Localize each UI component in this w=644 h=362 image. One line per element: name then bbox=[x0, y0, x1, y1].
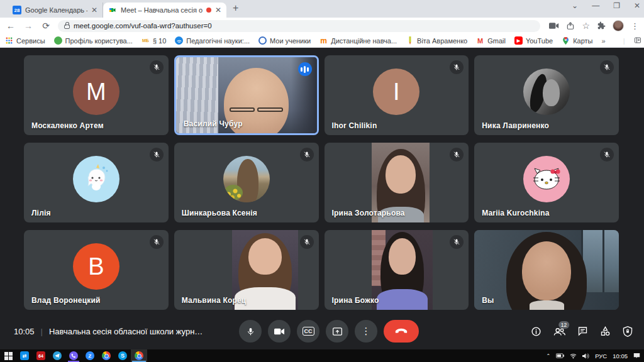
tab-strip: 28 Google Календарь - Неделя: 28 ✕ Meet … bbox=[0, 0, 644, 18]
bookmark-label: Карты bbox=[573, 37, 592, 45]
start-button[interactable] bbox=[0, 349, 16, 362]
participant-tile[interactable]: Ірина Золотарьова bbox=[325, 143, 469, 222]
bookmark-label: Педагогічні науки:... bbox=[186, 37, 250, 45]
letter-avatar: В bbox=[73, 243, 119, 290]
green-profile-icon bbox=[54, 36, 62, 45]
url-text: meet.google.com/vuf-oafa-wrd?authuser=0 bbox=[74, 22, 212, 30]
participant-tile[interactable]: Ника Лавриненко bbox=[474, 55, 619, 135]
participant-tile-speaking[interactable]: Василий Чубур bbox=[174, 55, 319, 135]
bookmark-paragraph-10[interactable]: МБ § 10 bbox=[142, 36, 166, 45]
reading-list-button[interactable]: Список для чтения bbox=[634, 36, 644, 45]
photo-avatar bbox=[223, 156, 270, 202]
new-tab-button[interactable]: + bbox=[233, 3, 238, 14]
taskbar-viber[interactable] bbox=[65, 349, 82, 362]
volume-icon[interactable] bbox=[582, 353, 589, 359]
bookmark-vita-avramenko[interactable]: Віта Авраменко bbox=[406, 36, 467, 45]
participant-name: Москаленко Артем bbox=[31, 121, 104, 130]
bookmark-servisy[interactable]: Сервисы bbox=[5, 36, 45, 45]
taskbar-skype[interactable]: S bbox=[114, 349, 131, 362]
captions-button[interactable]: CC bbox=[297, 320, 319, 343]
bookmark-star-icon[interactable]: ☆ bbox=[582, 21, 590, 31]
tab-google-calendar[interactable]: 28 Google Календарь - Неделя: 28 ✕ bbox=[8, 3, 103, 18]
participants-panel-icon[interactable]: 12 bbox=[553, 327, 565, 336]
bookmark-profil[interactable]: Профіль користува... bbox=[54, 36, 133, 45]
lock-icon bbox=[64, 25, 70, 29]
present-screen-button[interactable] bbox=[326, 320, 348, 343]
more-options-button[interactable]: ⋮ bbox=[355, 320, 377, 343]
share-icon[interactable] bbox=[566, 21, 575, 30]
chrome-menu-icon[interactable]: ⋮ bbox=[631, 21, 639, 31]
bookmark-label: YouTube bbox=[526, 37, 553, 45]
reload-icon[interactable]: ⟳ bbox=[40, 21, 52, 31]
participant-tile[interactable]: М Москаленко Артем bbox=[24, 55, 169, 135]
forward-icon[interactable]: → bbox=[23, 21, 34, 31]
mic-toggle-button[interactable] bbox=[239, 320, 262, 343]
tab-camera-indicator-icon[interactable] bbox=[549, 22, 559, 30]
divider: | bbox=[623, 37, 625, 45]
battery-icon[interactable] bbox=[556, 353, 564, 358]
restore-button[interactable]: ❐ bbox=[613, 1, 620, 10]
camera-toggle-button[interactable] bbox=[268, 320, 291, 343]
tab-search-icon[interactable]: ⌄ bbox=[572, 1, 578, 10]
close-tab-icon[interactable]: ✕ bbox=[91, 6, 97, 14]
host-controls-shield-icon[interactable] bbox=[623, 326, 633, 337]
participant-tile[interactable]: Лілія bbox=[24, 143, 169, 222]
participant-tile[interactable]: Mariia Kurochkina bbox=[474, 143, 619, 222]
self-view-tile[interactable]: Вы bbox=[474, 230, 619, 310]
leave-call-button[interactable] bbox=[384, 320, 419, 343]
tray-expand-icon[interactable]: ⌃ bbox=[546, 353, 550, 359]
mic-muted-icon bbox=[450, 60, 464, 74]
tab-meet[interactable]: Meet – Навчальна сесія об… ✕ bbox=[103, 3, 226, 18]
gmail-icon: M bbox=[476, 36, 484, 45]
address-bar[interactable]: meet.google.com/vuf-oafa-wrd?authuser=0 bbox=[58, 20, 540, 32]
tab-title: Google Календарь - Неделя: 28 bbox=[25, 6, 87, 14]
bookmark-moi-ucheniki[interactable]: Мои ученики bbox=[258, 36, 311, 45]
minimize-button[interactable]: — bbox=[592, 1, 599, 10]
participant-tile[interactable]: В Влад Воронецкий bbox=[24, 230, 169, 310]
bookmark-label: Віта Авраменко bbox=[417, 37, 467, 45]
taskbar-clock[interactable]: 10:05 bbox=[613, 353, 628, 359]
mic-muted-icon bbox=[150, 235, 164, 249]
profile-avatar[interactable] bbox=[613, 20, 624, 31]
meeting-details-icon[interactable] bbox=[531, 326, 541, 337]
participant-tile[interactable]: I Ihor Chilikin bbox=[325, 55, 469, 135]
activities-icon[interactable] bbox=[600, 326, 611, 336]
extensions-puzzle-icon[interactable] bbox=[597, 21, 606, 30]
taskbar-64-app[interactable]: 64 bbox=[33, 349, 49, 362]
wifi-icon[interactable] bbox=[570, 353, 577, 359]
participant-name: Влад Воронецкий bbox=[31, 296, 101, 305]
bookmark-maps[interactable]: Карты bbox=[562, 36, 592, 45]
close-tab-icon[interactable]: ✕ bbox=[215, 6, 221, 14]
taskbar-chrome[interactable] bbox=[98, 349, 114, 362]
taskbar-teamviewer[interactable]: ⇄ bbox=[16, 349, 33, 362]
chat-panel-icon[interactable] bbox=[577, 326, 588, 336]
taskbar-chrome-active[interactable] bbox=[131, 349, 147, 362]
skype-icon: S bbox=[118, 351, 127, 360]
close-button[interactable]: ✕ bbox=[634, 1, 640, 10]
taskbar-telegram[interactable] bbox=[49, 349, 65, 362]
bookmark-youtube[interactable]: ▶ YouTube bbox=[514, 36, 553, 45]
participant-name: Лілія bbox=[31, 209, 51, 217]
back-icon[interactable]: ← bbox=[5, 21, 16, 31]
mic-muted-icon bbox=[600, 60, 614, 74]
participant-name: Ника Лавриненко bbox=[482, 121, 549, 130]
narwhal-avatar bbox=[73, 156, 119, 202]
participant-name: Шинкарьова Ксенія bbox=[182, 209, 257, 217]
participant-tile[interactable]: Шинкарьова Ксенія bbox=[174, 143, 319, 222]
action-center-icon[interactable] bbox=[633, 353, 640, 359]
bookmark-gmail[interactable]: M Gmail bbox=[476, 36, 506, 45]
language-indicator[interactable]: РУС bbox=[595, 353, 607, 359]
mic-muted-icon bbox=[150, 60, 164, 74]
participant-tile[interactable]: Ірина Божко bbox=[325, 230, 469, 310]
windows-taskbar: ⇄ 64 Z S ⌃ РУС 10:05 bbox=[0, 349, 644, 362]
viber-icon bbox=[69, 351, 78, 360]
participant-tile[interactable]: Мальвина Корец bbox=[174, 230, 319, 310]
meet-main: М Москаленко Артем Василий Чубур I bbox=[0, 48, 644, 349]
system-tray: ⌃ РУС 10:05 bbox=[546, 353, 644, 359]
bookmark-ped-nauky[interactable]: Педагогічні науки:... bbox=[175, 36, 250, 45]
bookmark-label: Сервисы bbox=[16, 37, 45, 45]
taskbar-zoom[interactable]: Z bbox=[82, 349, 98, 362]
bookmarks-overflow-icon[interactable]: » bbox=[602, 37, 606, 45]
participant-name: Ihor Chilikin bbox=[332, 121, 377, 130]
bookmark-dystantsiine[interactable]: m Дистанційне навча... bbox=[319, 36, 397, 45]
